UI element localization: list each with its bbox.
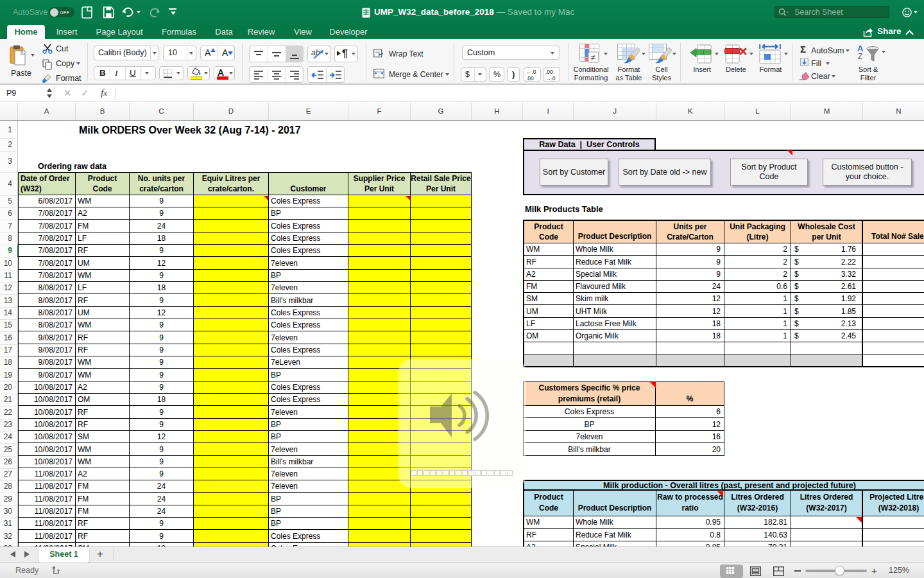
svg-text:≠: ≠	[591, 53, 595, 62]
